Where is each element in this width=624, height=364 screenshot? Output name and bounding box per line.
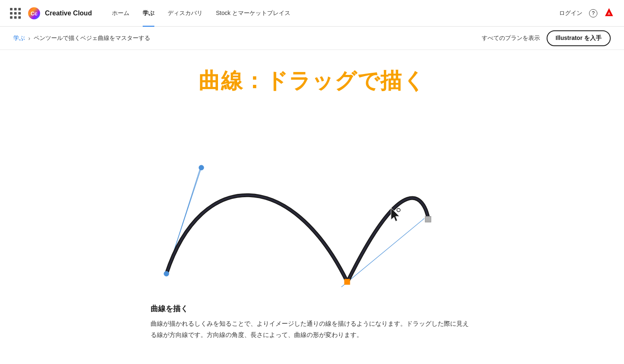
description-text: 曲線が描かれるしくみを知ることで、よりイメージした通りの線を描けるようになります…: [151, 318, 473, 340]
nav-links: ホーム 学ぶ ディスカバリ Stock とマーケットプレイス: [105, 0, 559, 27]
svg-line-7: [270, 282, 347, 287]
description-section: 曲線を描く 曲線が描かれるしくみを知ることで、よりイメージした通りの線を描けるよ…: [137, 304, 487, 340]
svg-rect-13: [425, 216, 431, 222]
svg-text:A: A: [608, 12, 611, 16]
creative-cloud-logo[interactable]: Cc: [27, 7, 41, 20]
grid-menu-icon[interactable]: [10, 7, 22, 19]
svg-point-10: [199, 165, 204, 170]
login-button[interactable]: ログイン: [559, 10, 582, 17]
adobe-logo[interactable]: A: [604, 7, 614, 20]
breadcrumb-parent[interactable]: 学ぶ: [13, 35, 25, 42]
get-illustrator-button[interactable]: Illustrator を入手: [547, 30, 611, 46]
illustration-area: [125, 112, 499, 287]
plans-link[interactable]: すべてのプランを表示: [482, 35, 540, 42]
help-icon[interactable]: ?: [589, 9, 597, 17]
nav-right: ログイン ? A: [559, 7, 614, 20]
bezier-illustration: [125, 112, 499, 287]
svg-point-9: [164, 271, 169, 276]
page-title: 曲線：ドラッグで描く: [198, 67, 426, 96]
svg-point-16: [397, 208, 400, 212]
nav-home[interactable]: ホーム: [105, 0, 136, 27]
brand-name: Creative Cloud: [45, 10, 92, 17]
svg-rect-11: [344, 279, 350, 285]
breadcrumb-bar: 学ぶ › ペンツールで描くベジェ曲線をマスターする すべてのプランを表示 Ill…: [0, 27, 624, 50]
main-content: 曲線：ドラッグで描く: [0, 50, 624, 357]
description-title: 曲線を描く: [151, 304, 473, 314]
navbar: Cc Creative Cloud ホーム 学ぶ ディスカバリ Stock とマ…: [0, 0, 624, 27]
nav-discover[interactable]: ディスカバリ: [161, 0, 209, 27]
svg-line-8: [347, 218, 424, 282]
breadcrumb-current: ペンツールで描くベジェ曲線をマスターする: [34, 35, 150, 42]
nav-stock[interactable]: Stock とマーケットプレイス: [209, 0, 297, 27]
nav-learn[interactable]: 学ぶ: [136, 0, 161, 27]
breadcrumb: 学ぶ › ペンツールで描くベジェ曲線をマスターする: [13, 35, 150, 42]
breadcrumb-separator: ›: [28, 35, 30, 42]
svg-text:Cc: Cc: [31, 10, 37, 16]
breadcrumb-right: すべてのプランを表示 Illustrator を入手: [482, 30, 611, 46]
